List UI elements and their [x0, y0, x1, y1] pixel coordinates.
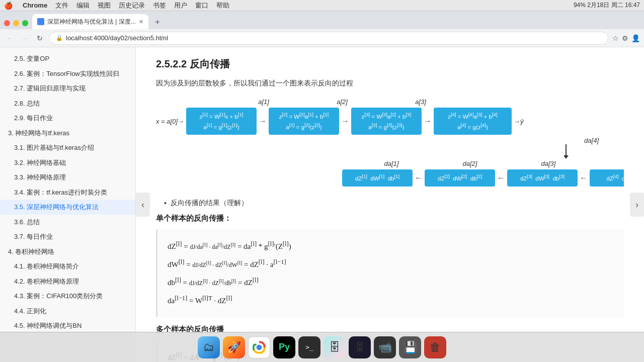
da-label-3: da[3] — [509, 160, 588, 167]
minimize-window-button[interactable] — [13, 20, 19, 26]
diag-label-a3: a[3] — [381, 98, 460, 106]
forward-button[interactable]: → — [19, 33, 30, 44]
lock-icon: 🔒 — [56, 35, 63, 41]
next-page-button[interactable]: › — [630, 193, 644, 217]
da4-label: da[4] — [584, 137, 599, 144]
sidebar-item-s3-5[interactable]: 3.5. 深层神经网络与优化算法 — [0, 200, 135, 215]
profile-icon[interactable]: 👤 — [631, 34, 640, 42]
diag-label-a1: a[1] — [224, 98, 303, 106]
section-title: 2.5.2.2 反向传播 — [156, 57, 624, 71]
traffic-lights — [4, 20, 28, 29]
dock-chrome[interactable] — [248, 336, 270, 358]
sidebar-item-s2-5[interactable]: 2.5. 变量OP — [0, 51, 135, 66]
sidebar-item-s2-6[interactable]: 2.6. 案例：TensorFlow实现线性回归 — [0, 66, 135, 81]
sidebar: 2.5. 变量OP 2.6. 案例：TensorFlow实现线性回归 2.7. … — [0, 47, 136, 362]
sidebar-item-s3-1[interactable]: 3.1. 图片基础与tf.keras介绍 — [0, 140, 135, 155]
tab-bar: 深层神经网络与优化算法 | 深度... ✕ + — [0, 11, 644, 29]
intro-text: 因为涉及到的层数较多，所以我们通过一个图来表示反向的过程 — [156, 79, 624, 88]
edit-menu[interactable]: 编辑 — [76, 1, 90, 10]
da4-arrow-line — [566, 144, 567, 155]
system-status: 94% 2月18日 周二 16:47 — [574, 1, 640, 10]
toolbar-icons: ☆ ⚙ 👤 — [612, 34, 640, 42]
back-arrow-1: ← — [413, 173, 425, 183]
bookmarks-menu[interactable]: 书签 — [153, 1, 166, 10]
sidebar-item-s2-9[interactable]: 2.9. 每日作业 — [0, 111, 135, 126]
new-tab-button[interactable]: + — [150, 15, 165, 29]
tab-title: 深层神经网络与优化算法 | 深度... — [47, 18, 136, 26]
reload-button[interactable]: ↻ — [34, 33, 45, 44]
close-tab-button[interactable]: ✕ — [139, 19, 143, 25]
dock-launchpad[interactable]: 🚀 — [223, 336, 245, 358]
user-menu[interactable]: 用户 — [174, 1, 187, 10]
sidebar-item-s3-2[interactable]: 3.2. 神经网络基础 — [0, 155, 135, 170]
da-label-1: da[1] — [352, 160, 431, 167]
forward-box-3: z[3] = W[3]a[2] + b[3] a[3] = g[3](z[3]) — [351, 108, 422, 135]
formula-db-l: db[l] = dJ/dZ[l] · dZ[l]/db[l] = dZ[l] — [168, 275, 614, 290]
view-menu[interactable]: 视图 — [98, 1, 111, 10]
dock-pycharm[interactable]: Py — [273, 336, 295, 358]
address-bar: ← → ↻ 🔒 localhost:4000/day02/section5.ht… — [0, 29, 644, 47]
backward-pass-row: dZ[1] dW[1] db[1] ← dZ[2] dW[2] db[2] ← … — [342, 169, 624, 186]
forward-box-4: z[4] = W[4]a[3] + b[4] a[4] = g(z[4]) — [434, 108, 512, 135]
da-label-2: da[2] — [431, 160, 509, 167]
main-layout: 2.5. 变量OP 2.6. 案例：TensorFlow实现线性回归 2.7. … — [0, 47, 644, 362]
content-area: 2.5.2.2 反向传播 因为涉及到的层数较多，所以我们通过一个图来表示反向的过… — [136, 47, 644, 362]
formula-da-l1: da[l−1] = W[l]T · dZ[l] — [168, 293, 614, 308]
active-tab[interactable]: 深层神经网络与优化算法 | 深度... ✕ — [32, 14, 148, 29]
formula-dz-l: dZ[l] = dJ/da[l] · da[l]/dZ[l] = da[l] *… — [168, 238, 614, 253]
dock-terminal[interactable]: >_ — [298, 336, 320, 358]
sidebar-item-s4[interactable]: 4. 卷积神经网络 — [0, 244, 135, 259]
url-bar[interactable]: 🔒 localhost:4000/day02/section5.html — [49, 32, 608, 45]
single-sample-formulas: dZ[l] = dJ/da[l] · da[l]/dZ[l] = da[l] *… — [156, 229, 624, 317]
apple-icon: 🍎 — [4, 2, 13, 10]
backprop-diagram: a[1] a[2] a[3] x = a[0]→ z[1] = W[1]x + … — [156, 98, 624, 187]
file-menu[interactable]: 文件 — [55, 1, 68, 10]
forward-pass-row: x = a[0]→ z[1] = W[1]x + b[1] a[1] = g[1… — [156, 108, 624, 135]
sidebar-item-s3-7[interactable]: 3.7. 每日作业 — [0, 229, 135, 244]
sidebar-item-s3-4[interactable]: 3.4. 案例：tf.keras进行时装分类 — [0, 185, 135, 200]
dock-streamdeck[interactable]: 🎛 — [349, 336, 371, 358]
url-text: localhost:4000/day02/section5.html — [66, 34, 168, 42]
extension-icon[interactable]: ⚙ — [622, 34, 628, 42]
da4-arrow-head — [564, 155, 569, 159]
fullscreen-window-button[interactable] — [22, 20, 28, 26]
sidebar-item-s4-5[interactable]: 4.5. 神经网络调优与BN — [0, 318, 135, 333]
sidebar-item-s3-3[interactable]: 3.3. 神经网络原理 — [0, 170, 135, 185]
chrome-menu[interactable]: Chrome — [23, 2, 47, 9]
prev-page-button[interactable]: ‹ — [136, 193, 150, 217]
help-menu[interactable]: 帮助 — [216, 1, 229, 10]
svg-point-1 — [257, 344, 262, 350]
close-window-button[interactable] — [4, 20, 10, 26]
forward-box-1: z[1] = W[1]x + b[1] a[1] = g[1](z[1]) — [186, 108, 257, 135]
window-menu[interactable]: 窗口 — [195, 1, 208, 10]
sidebar-item-s2-8[interactable]: 2.8. 总结 — [0, 96, 135, 111]
single-sample-title: 单个样本的反向传播： — [156, 214, 624, 223]
back-box-3: dZ[3] dW[3] db[3] — [507, 169, 578, 186]
back-button[interactable]: ← — [4, 33, 15, 44]
sidebar-item-s4-3[interactable]: 4.3. 案例：CIFAR100类别分类 — [0, 289, 135, 304]
history-menu[interactable]: 历史记录 — [119, 1, 145, 10]
sidebar-item-s4-2[interactable]: 4.2. 卷积神经网络原理 — [0, 274, 135, 289]
dock-disk[interactable]: 💾 — [399, 336, 421, 358]
back-box-4: dZ[4] dW[4] db[4] — [590, 169, 624, 186]
dock-obsidian[interactable]: 🗄 — [324, 336, 346, 358]
back-box-2: dZ[2] dW[2] db[2] — [425, 169, 495, 186]
sidebar-item-s4-4[interactable]: 4.4. 正则化 — [0, 304, 135, 319]
bullet-result: • 反向传播的结果（理解） — [164, 199, 624, 208]
dock-finder[interactable]: 🗂 — [198, 336, 220, 358]
sidebar-item-s3[interactable]: 3. 神经网络与tf.keras — [0, 126, 135, 141]
tab-favicon — [37, 18, 44, 25]
back-arrow-2: ← — [495, 173, 507, 183]
sidebar-item-s3-6[interactable]: 3.6. 总结 — [0, 215, 135, 230]
bullet-icon: • — [164, 199, 167, 207]
macos-dock: 🗂 🚀 Py >_ 🗄 🎛 📹 💾 🗑 — [0, 332, 644, 362]
dock-trash[interactable]: 🗑 — [424, 336, 446, 358]
forward-box-2: z[2] = W[2]a[1] + b[2] a[2] = g[2](z[2]) — [269, 108, 339, 135]
dock-obs[interactable]: 📹 — [374, 336, 396, 358]
back-arrow-3: ← — [578, 173, 590, 183]
star-icon[interactable]: ☆ — [612, 34, 619, 42]
sidebar-item-s2-7[interactable]: 2.7. 逻辑回归原理与实现 — [0, 81, 135, 96]
sidebar-item-s4-1[interactable]: 4.1. 卷积神经网络简介 — [0, 259, 135, 274]
bullet-text: 反向传播的结果（理解） — [171, 199, 248, 208]
yhat-label: →ŷ — [514, 118, 523, 125]
